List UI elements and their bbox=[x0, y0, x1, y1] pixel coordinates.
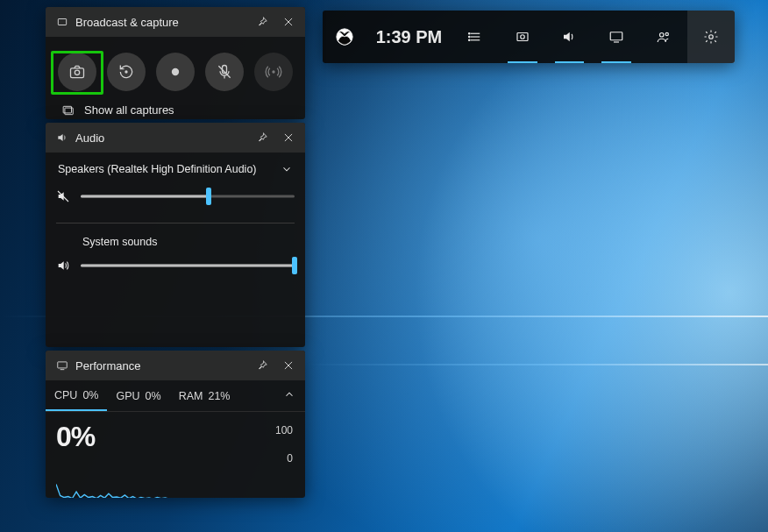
performance-body: 0% 100 0 bbox=[46, 412, 305, 498]
svg-point-11 bbox=[660, 33, 665, 38]
menu-list-icon bbox=[467, 29, 483, 45]
tab-gpu[interactable]: GPU 0% bbox=[107, 380, 169, 411]
broadcast-icon bbox=[265, 63, 282, 81]
output-device-name: Speakers (Realtek High Definition Audio) bbox=[58, 163, 257, 175]
chevron-down-icon bbox=[281, 163, 293, 175]
svg-point-12 bbox=[665, 32, 668, 35]
xbox-icon bbox=[335, 27, 354, 46]
topbar-audio-button[interactable] bbox=[546, 11, 594, 63]
svg-rect-9 bbox=[611, 32, 623, 40]
broadcast-button[interactable] bbox=[254, 53, 293, 91]
speaker-icon bbox=[561, 29, 577, 45]
capture-header-icon bbox=[56, 16, 68, 28]
system-volume-slider[interactable] bbox=[81, 257, 295, 274]
svg-point-20 bbox=[172, 68, 179, 75]
system-volume-row bbox=[56, 253, 295, 281]
mic-toggle-button[interactable] bbox=[205, 53, 244, 91]
svg-point-13 bbox=[709, 35, 714, 39]
speaker-muted-icon[interactable] bbox=[56, 189, 70, 203]
capture-panel: Broadcast & capture bbox=[46, 7, 305, 119]
performance-header-icon bbox=[56, 359, 68, 372]
graph-ymin: 0 bbox=[287, 452, 293, 465]
people-icon bbox=[656, 29, 672, 45]
svg-point-4 bbox=[468, 33, 470, 35]
svg-point-6 bbox=[468, 39, 470, 41]
capture-panel-header: Broadcast & capture bbox=[46, 7, 305, 37]
audio-close-button[interactable] bbox=[275, 124, 302, 151]
tutorial-highlight bbox=[51, 51, 103, 95]
audio-header-icon bbox=[56, 131, 68, 144]
svg-point-24 bbox=[272, 70, 274, 73]
clock: 1:39 PM bbox=[366, 11, 452, 63]
performance-big-value: 0% bbox=[56, 421, 295, 453]
close-icon bbox=[282, 16, 295, 28]
record-button[interactable] bbox=[156, 53, 195, 91]
monitor-icon bbox=[608, 29, 624, 45]
gear-icon bbox=[703, 29, 719, 45]
capture-panel-title: Broadcast & capture bbox=[75, 16, 249, 29]
graph-ymax: 100 bbox=[275, 424, 293, 436]
audio-panel-header: Audio bbox=[46, 123, 305, 153]
close-icon bbox=[282, 131, 295, 144]
device-volume-slider[interactable] bbox=[81, 188, 295, 205]
device-volume-row bbox=[56, 184, 295, 223]
performance-pin-button[interactable] bbox=[249, 352, 275, 379]
performance-collapse-button[interactable] bbox=[277, 388, 302, 404]
cpu-graph bbox=[56, 455, 295, 498]
audio-panel: Audio Speakers (Realtek High Definition … bbox=[46, 123, 305, 347]
close-icon bbox=[282, 359, 295, 372]
svg-rect-14 bbox=[58, 19, 66, 25]
audio-pin-button[interactable] bbox=[249, 124, 275, 151]
gamebar-topbar: 1:39 PM bbox=[323, 11, 735, 63]
xbox-logo-button[interactable] bbox=[323, 11, 366, 63]
topbar-widgets-button[interactable] bbox=[452, 11, 499, 63]
topbar-social-button[interactable] bbox=[640, 11, 687, 63]
topbar-capture-button[interactable] bbox=[499, 11, 546, 63]
performance-tabs: CPU 0% GPU 0% RAM 21% bbox=[46, 380, 305, 412]
svg-rect-7 bbox=[517, 33, 528, 41]
performance-close-button[interactable] bbox=[275, 352, 302, 379]
svg-point-19 bbox=[124, 70, 127, 73]
performance-panel: Performance CPU 0% GPU 0% RAM 21% 0% 100… bbox=[46, 351, 305, 498]
capture-close-button[interactable] bbox=[275, 9, 302, 35]
tab-ram[interactable]: RAM 21% bbox=[170, 380, 239, 411]
tab-cpu[interactable]: CPU 0% bbox=[46, 380, 107, 411]
svg-point-8 bbox=[520, 35, 524, 39]
capture-icon bbox=[515, 29, 530, 45]
gallery-icon bbox=[61, 104, 75, 117]
capture-pin-button[interactable] bbox=[249, 9, 275, 35]
pin-icon bbox=[256, 359, 268, 372]
topbar-performance-button[interactable] bbox=[593, 11, 640, 63]
speaker-icon[interactable] bbox=[56, 259, 70, 273]
rewind-icon bbox=[117, 63, 135, 81]
show-all-captures-link[interactable]: Show all captures bbox=[56, 96, 295, 118]
output-device-row[interactable]: Speakers (Realtek High Definition Audio) bbox=[56, 161, 295, 184]
record-last-button[interactable] bbox=[107, 53, 146, 91]
performance-panel-title: Performance bbox=[75, 359, 249, 372]
pin-icon bbox=[256, 16, 268, 28]
record-icon bbox=[167, 63, 184, 81]
mic-off-icon bbox=[216, 63, 233, 81]
audio-panel-title: Audio bbox=[75, 131, 249, 145]
show-all-label: Show all captures bbox=[84, 103, 174, 117]
topbar-settings-button[interactable] bbox=[687, 11, 735, 63]
performance-panel-header: Performance bbox=[46, 351, 305, 380]
svg-point-5 bbox=[468, 36, 470, 38]
chevron-up-icon bbox=[283, 388, 295, 401]
pin-icon bbox=[256, 131, 268, 144]
system-sounds-label: System sounds bbox=[56, 236, 295, 253]
svg-rect-30 bbox=[58, 362, 68, 368]
